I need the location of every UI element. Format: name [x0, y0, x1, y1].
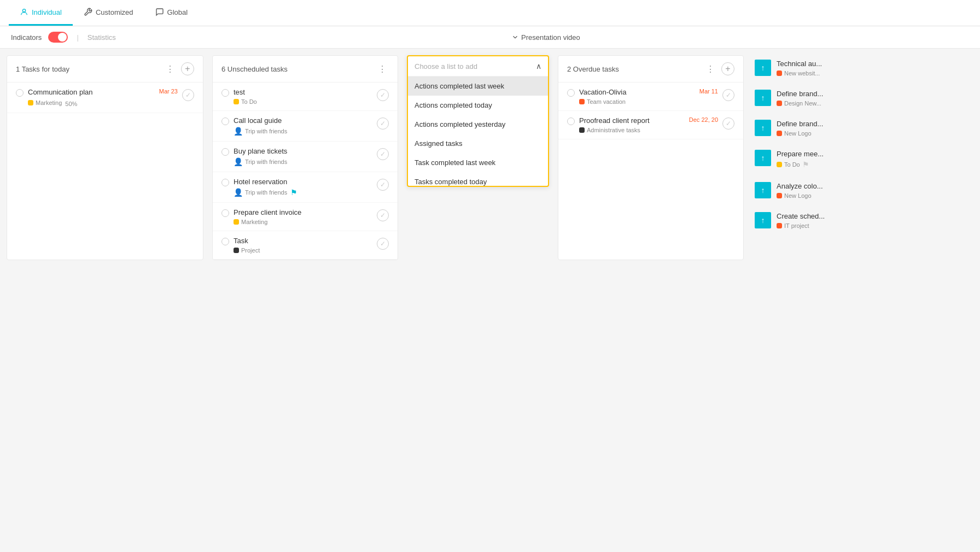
task-check-button[interactable]: ✓ [377, 89, 389, 101]
task-radio[interactable] [221, 148, 229, 156]
task-meta: Project [234, 247, 372, 254]
tag-color-dot [777, 71, 782, 76]
tag-color-dot [579, 99, 585, 104]
task-radio[interactable] [16, 89, 24, 97]
right-item-meta: To Do ⚑ [777, 160, 851, 169]
list-item[interactable]: Actions completed last week [408, 77, 548, 96]
tag-text: Marketing [36, 99, 62, 106]
tag-text: To Do [241, 98, 257, 105]
task-meta: 👤 Trip with friends [234, 127, 372, 136]
list-item: ↑ Define brand... New Logo [748, 115, 858, 141]
indicators-toggle[interactable] [48, 32, 68, 43]
list-item[interactable]: Actions completed yesterday [408, 115, 548, 134]
right-item-meta: New websit... [777, 70, 851, 77]
task-content: Call local guide 👤 Trip with friends [234, 116, 372, 136]
dropdown-chevron-icon[interactable]: ∧ [536, 62, 541, 71]
table-row: Task Project ✓ [213, 231, 398, 260]
task-check-button[interactable]: ✓ [722, 89, 734, 101]
overdue-body: Vacation-Olivia Team vacation Mar 11 ✓ P… [558, 83, 743, 260]
tag-text: Trip with friends [245, 158, 287, 165]
list-item: ↑ Technical au... New websit... [748, 55, 858, 81]
chat-icon [155, 8, 164, 16]
unscheduled-label: Unscheduled tasks [228, 65, 288, 73]
tag-text: Team vacation [587, 98, 626, 105]
task-tag: Project [234, 247, 260, 254]
task-radio[interactable] [221, 209, 229, 217]
right-item-meta: Design New... [777, 100, 851, 107]
unscheduled-title: 6 Unscheduled tasks [221, 65, 288, 73]
task-check-button[interactable]: ✓ [377, 238, 389, 250]
right-panel: ↑ Technical au... New websit... ↑ Define… [748, 49, 858, 267]
task-radio[interactable] [221, 89, 229, 97]
task-name: Buy plane tickets [234, 147, 372, 155]
task-date: Mar 11 [699, 88, 718, 95]
tasks-today-title: 1 Tasks for today [16, 65, 69, 73]
table-row: Prepare client invoice Marketing ✓ [213, 203, 398, 231]
tasks-today-header: 1 Tasks for today ⋮ + [7, 56, 203, 83]
tag-color-dot [777, 101, 782, 106]
task-check-button[interactable]: ✓ [182, 89, 194, 101]
tag-color-dot [777, 193, 782, 198]
task-content: Hotel reservation 👤 Trip with friends ⚑ [234, 178, 372, 197]
list-item[interactable]: Actions completed today [408, 96, 548, 115]
tab-customized[interactable]: Customized [73, 0, 144, 26]
task-radio[interactable] [567, 89, 575, 97]
task-meta: Marketing 50% [28, 98, 155, 107]
overdue-add-button[interactable]: + [721, 62, 734, 75]
task-radio[interactable] [221, 179, 229, 186]
dropdown-placeholder: Choose a list to add [415, 62, 532, 71]
task-content: Buy plane tickets 👤 Trip with friends [234, 147, 372, 166]
task-radio[interactable] [221, 118, 229, 125]
list-item[interactable]: Tasks completed today [408, 172, 548, 186]
task-date: Dec 22, 20 [689, 116, 718, 123]
task-tag: 👤 Trip with friends [234, 127, 287, 136]
task-content: Vacation-Olivia Team vacation [579, 88, 695, 105]
presentation-link[interactable]: Presentation video [511, 33, 580, 42]
choose-list-dropdown: Choose a list to add ∧ Actions completed… [407, 55, 549, 187]
overdue-header: 2 Overdue tasks ⋮ + [558, 56, 743, 83]
tasks-today-count: 1 [16, 65, 20, 73]
right-item-tag: IT project [784, 222, 809, 229]
task-check-button[interactable]: ✓ [377, 179, 389, 191]
tag-color-dot [777, 162, 782, 167]
right-item-tag: New websit... [784, 70, 820, 77]
tasks-today-menu-button[interactable]: ⋮ [164, 62, 177, 75]
list-item: ↑ Prepare mee... To Do ⚑ [748, 145, 858, 173]
tasks-today-add-button[interactable]: + [181, 62, 194, 75]
overdue-title: 2 Overdue tasks [567, 65, 619, 73]
task-progress: 50% [65, 101, 77, 107]
tab-individual[interactable]: Individual [9, 0, 73, 26]
overdue-menu-button[interactable]: ⋮ [704, 62, 717, 75]
task-check-button[interactable]: ✓ [377, 118, 389, 130]
right-item-tag: New Logo [784, 130, 812, 137]
list-item[interactable]: Task completed last week [408, 153, 548, 172]
task-meta: 👤 Trip with friends [234, 157, 372, 166]
flag-icon: ⚑ [802, 160, 809, 169]
unscheduled-menu-button[interactable]: ⋮ [376, 62, 389, 75]
right-item-tag: New Logo [784, 192, 812, 199]
list-item[interactable]: Assigned tasks [408, 134, 548, 153]
right-item-title: Technical au... [777, 60, 851, 68]
tasks-today-actions: ⋮ + [164, 62, 194, 75]
table-row: test To Do ✓ [213, 83, 398, 111]
tag-text: Project [241, 247, 260, 254]
task-name: Vacation-Olivia [579, 88, 695, 96]
task-meta: Marketing [234, 219, 372, 225]
task-name: Prepare client invoice [234, 208, 372, 216]
tag-color-dot [234, 248, 239, 253]
right-item-content: Prepare mee... To Do ⚑ [777, 150, 851, 169]
tab-global[interactable]: Global [144, 0, 199, 26]
task-check-button[interactable]: ✓ [722, 118, 734, 130]
task-tag: Team vacation [579, 98, 626, 105]
task-check-button[interactable]: ✓ [377, 148, 389, 160]
task-name: Proofread client report [579, 116, 685, 125]
task-check-button[interactable]: ✓ [377, 209, 389, 221]
choose-list-column: Choose a list to add ∧ Actions completed… [407, 55, 549, 260]
task-radio[interactable] [221, 238, 229, 245]
tab-customized-label: Customized [96, 8, 133, 16]
right-item-content: Define brand... Design New... [777, 90, 851, 107]
task-tag: 👤 Trip with friends [234, 157, 287, 166]
unscheduled-actions: ⋮ [376, 62, 389, 75]
task-radio[interactable] [567, 118, 575, 125]
task-name: Communication plan [28, 88, 155, 96]
